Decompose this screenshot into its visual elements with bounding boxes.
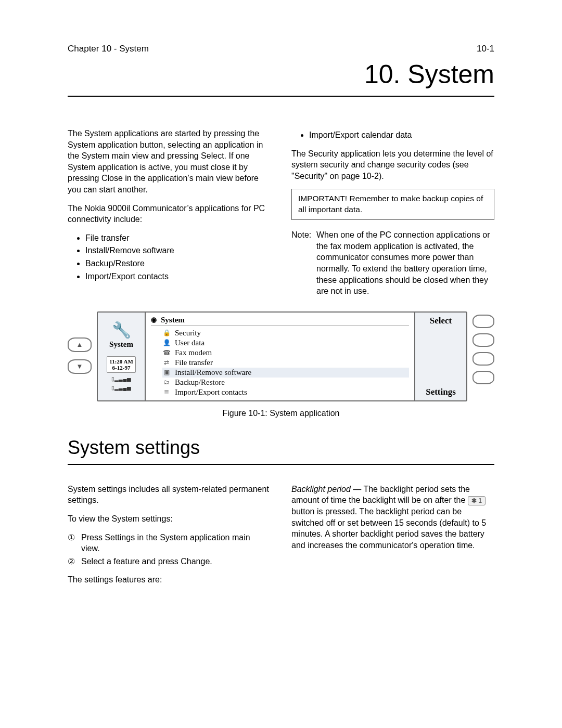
wrench-icon: 🔧 — [112, 322, 131, 338]
list-item: Import/Export contacts — [85, 271, 271, 282]
physical-button-column: ▲ ▼ — [68, 337, 92, 374]
softkey-button-1 — [472, 315, 494, 328]
list-item: Backup/Restore — [175, 378, 225, 387]
transfer-icon: ⇄ — [162, 359, 171, 367]
note-label: Note: — [291, 229, 316, 297]
device-clock: 11:20 AM 6-12-97 — [107, 356, 136, 373]
intro-paragraph-2: The Nokia 9000il Communicator’s applicat… — [68, 203, 271, 225]
settings-intro: System settings includes all system-rela… — [68, 484, 271, 506]
column-right: Import/Export calendar data The Security… — [291, 128, 494, 297]
pc-connectivity-list: File transfer Install/Remove software Ba… — [68, 232, 271, 282]
page-title: 10. System — [68, 59, 494, 89]
list-item: Install/Remove software — [85, 245, 271, 256]
term-backlight-period: Backlight period — [291, 485, 351, 493]
softkey-settings: Settings — [426, 387, 456, 397]
column-left-2: System settings includes all system-rela… — [68, 484, 271, 593]
column-left: The System applications are started by p… — [68, 128, 271, 297]
step-number-2: ② — [68, 556, 77, 567]
settings-howto: To view the System settings: — [68, 513, 271, 525]
list-item: File transfer — [85, 232, 271, 244]
device-left-panel: 🔧 System 11:20 AM 6-12-97 ▯▂▃▄▅ ▯▂▃▄▅ — [98, 313, 146, 400]
battery-indicators: ▯▂▃▄▅ — [111, 376, 131, 382]
running-header: Chapter 10 - System 10-1 — [68, 44, 494, 54]
step-1: Press Settings in the System application… — [81, 532, 271, 554]
list-item: User data — [175, 339, 205, 347]
device-title: System — [161, 316, 185, 324]
gear-icon: ◉ — [151, 316, 157, 324]
list-item: Import/Export calendar data — [309, 129, 494, 141]
device-time: 11:20 AM — [109, 358, 133, 365]
column-right-2: Backlight period — The backlight period … — [291, 484, 494, 593]
important-box: IMPORTANT! Remember to make backup copie… — [291, 189, 494, 220]
list-item: Import/Export contacts — [175, 388, 247, 397]
intro-paragraph-1: The System applications are started by p… — [68, 128, 271, 196]
security-paragraph: The Security application lets you determ… — [291, 148, 494, 182]
device-softkey-panel: Select Settings — [414, 313, 466, 400]
softkey-button-3 — [472, 352, 494, 366]
softkey-button-2 — [472, 333, 494, 347]
header-left: Chapter 10 - System — [68, 44, 149, 54]
step-number-1: ① — [68, 532, 77, 554]
lock-icon: 🔒 — [162, 329, 171, 337]
backlight-text-b: button is pressed. The backlight period … — [291, 507, 486, 550]
divider — [68, 464, 494, 465]
backlight-paragraph: Backlight period — The backlight period … — [291, 484, 494, 551]
device-date: 6-12-97 — [109, 365, 133, 371]
note-body: When one of the PC connection applicatio… — [316, 229, 494, 297]
up-arrow-button: ▲ — [68, 337, 92, 352]
list-item: Install/Remove software — [175, 368, 251, 377]
contacts-icon: ≣ — [162, 388, 171, 396]
pc-connectivity-list-cont: Import/Export calendar data — [291, 129, 494, 141]
user-icon: 👤 — [162, 339, 171, 347]
device-left-label: System — [109, 340, 133, 349]
backup-icon: 🗂 — [162, 379, 171, 386]
list-item: File transfer — [175, 358, 213, 367]
settings-features-lead: The settings features are: — [68, 574, 271, 586]
divider — [68, 96, 494, 97]
device-screenshot: 🔧 System 11:20 AM 6-12-97 ▯▂▃▄▅ ▯▂▃▄▅ ◉ … — [97, 311, 467, 401]
softkey-select: Select — [430, 316, 452, 326]
section-title: System settings — [68, 437, 494, 459]
figure-10-1: ▲ ▼ 🔧 System 11:20 AM 6-12-97 ▯▂▃▄▅ ▯▂▃▄… — [68, 311, 494, 401]
step-2: Select a feature and press Change. — [81, 556, 212, 567]
device-main-view: ◉ System 🔒Security 👤User data ☎Fax modem… — [146, 313, 414, 400]
list-item: Fax modem — [175, 348, 212, 357]
system-app-list: 🔒Security 👤User data ☎Fax modem ⇄File tr… — [151, 328, 409, 397]
figure-caption: Figure 10-1: System application — [68, 409, 494, 418]
list-item: Security — [175, 329, 201, 337]
install-icon: ▣ — [162, 369, 171, 376]
softkey-button-4 — [472, 371, 494, 384]
key-icon: ✱ 1 — [468, 496, 486, 505]
modem-icon: ☎ — [162, 349, 171, 357]
note: Note: When one of the PC connection appl… — [291, 229, 494, 297]
list-item: Backup/Restore — [85, 258, 271, 269]
important-text: IMPORTANT! Remember to make backup copie… — [298, 194, 483, 214]
physical-button-column-right — [472, 315, 494, 384]
signal-indicators: ▯▂▃▄▅ — [111, 385, 131, 391]
header-right: 10-1 — [477, 44, 494, 54]
down-arrow-button: ▼ — [68, 359, 92, 374]
